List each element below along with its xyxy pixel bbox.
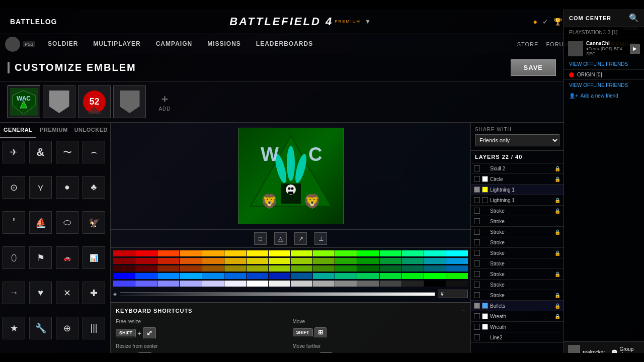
color-cell-#222[interactable]: [402, 281, 424, 287]
layer-checkbox[interactable]: [474, 282, 480, 288]
color-cell-#c20[interactable]: [157, 258, 179, 264]
icon-clover[interactable]: ♣: [83, 176, 105, 199]
layer-checkbox[interactable]: [474, 292, 480, 298]
color-cell-#0d3[interactable]: [380, 273, 401, 279]
layer-checkbox[interactable]: [474, 250, 480, 256]
layer-checkbox[interactable]: [474, 271, 480, 277]
layer-row[interactable]: Lightning 1🔒: [471, 195, 564, 206]
add-emblem-slot[interactable]: + SAVE ADD: [148, 85, 181, 118]
color-cell-#888[interactable]: [335, 281, 357, 287]
layer-checkbox[interactable]: [474, 334, 480, 340]
color-cell-#930[interactable]: [180, 265, 201, 272]
shortcuts-close-button[interactable]: −: [461, 307, 465, 315]
view-offline-button-1[interactable]: VIEW OFFLINE FRIENDS: [564, 59, 644, 69]
color-cell-#09d[interactable]: [446, 258, 468, 264]
emblem-canvas[interactable]: W C 🦁 🦁: [238, 128, 344, 224]
color-cell-#444[interactable]: [380, 281, 401, 287]
icon-target[interactable]: ⊕: [56, 317, 78, 339]
color-cell-#aaf[interactable]: [180, 281, 201, 287]
save-button[interactable]: SAVE: [511, 59, 556, 76]
color-cell-#d50[interactable]: [180, 258, 201, 264]
color-cell-#2a0[interactable]: [335, 258, 357, 264]
layer-row[interactable]: Stroke🔒: [471, 290, 564, 301]
icon-moustache[interactable]: ⌢: [83, 141, 105, 163]
tool-select[interactable]: □: [254, 232, 267, 245]
layer-row[interactable]: Wreath🔒: [471, 311, 564, 322]
emblem-slot-3[interactable]: 52: [78, 85, 111, 118]
layer-row[interactable]: Stroke: [471, 216, 564, 227]
color-cell-#c00[interactable]: [113, 250, 135, 256]
emblem-slot-2[interactable]: [43, 85, 75, 118]
icon-ellipse[interactable]: ⬯: [3, 246, 25, 269]
icon-swoop[interactable]: 〜: [56, 141, 78, 163]
friend-row[interactable]: CannaChi ♦Ferra-[DC€]-BF4 SEC ▶: [564, 38, 644, 59]
layer-row[interactable]: Bullets🔒: [471, 301, 564, 311]
color-cell-#ccf[interactable]: [202, 281, 224, 287]
icon-quote[interactable]: ': [3, 211, 25, 234]
color-cell-#9c0[interactable]: [269, 265, 290, 272]
color-cell-#800[interactable]: [113, 258, 135, 264]
color-cell-#480[interactable]: [313, 265, 335, 272]
color-cell-#059[interactable]: [291, 273, 312, 279]
layer-row[interactable]: Lightning 1: [471, 185, 564, 195]
icon-bullets[interactable]: |||: [83, 317, 105, 339]
color-cell-#de0[interactable]: [269, 258, 290, 264]
icon-bullet[interactable]: ⬭: [56, 211, 78, 234]
color-cell-#000[interactable]: [424, 281, 446, 287]
icon-wheat[interactable]: ⋎: [29, 176, 52, 199]
color-cell-#820[interactable]: [157, 265, 179, 272]
color-cell-#f40[interactable]: [157, 250, 179, 256]
layer-checkbox[interactable]: [474, 218, 480, 224]
color-cell-#a00[interactable]: [135, 258, 157, 264]
color-cell-#062[interactable]: [380, 265, 401, 272]
color-cell-#cf0[interactable]: [291, 250, 312, 256]
layer-row[interactable]: Stroke: [471, 237, 564, 248]
color-cell-#88f[interactable]: [157, 281, 179, 287]
tab-general[interactable]: GENERAL: [0, 123, 36, 138]
color-cell-#04c[interactable]: [247, 273, 268, 279]
nav-leaderboards[interactable]: LEADERBOARDS: [249, 34, 320, 54]
layer-checkbox[interactable]: [474, 229, 480, 235]
color-cell-#aaa[interactable]: [313, 281, 335, 287]
color-cell-#090[interactable]: [357, 258, 379, 264]
color-cell-#fa0[interactable]: [202, 250, 224, 256]
color-cell-#093[interactable]: [380, 258, 401, 264]
icon-crosshair[interactable]: ✕: [56, 282, 78, 304]
color-cell-#0ff[interactable]: [446, 250, 468, 256]
color-cell-#66f[interactable]: [135, 281, 157, 287]
color-cell-#064[interactable]: [402, 265, 424, 272]
color-cell-#fe0[interactable]: [247, 250, 268, 256]
color-cell-#6a0[interactable]: [291, 265, 312, 272]
color-cell-#1e0[interactable]: [446, 273, 468, 279]
layer-checkbox[interactable]: [474, 176, 480, 182]
color-cell-#09a[interactable]: [424, 258, 446, 264]
emblem-slot-4[interactable]: [113, 85, 146, 118]
layer-checkbox[interactable]: [474, 239, 480, 245]
icon-boat[interactable]: ⛵: [29, 211, 52, 234]
color-cell-#06a[interactable]: [446, 265, 468, 272]
color-cell-#02b[interactable]: [269, 273, 290, 279]
dropdown-icon[interactable]: ▼: [365, 18, 371, 25]
icon-eagle[interactable]: 🦅: [83, 211, 105, 234]
icon-star[interactable]: ★: [3, 317, 25, 339]
add-friend-button[interactable]: 👤+ Add a new friend: [564, 90, 644, 101]
layer-checkbox[interactable]: [474, 197, 480, 203]
view-offline-button-2[interactable]: VIEW OFFLINE FRIENDS: [564, 80, 644, 90]
nav-soldier[interactable]: SOLDIER: [40, 34, 86, 54]
opacity-slider[interactable]: [120, 292, 435, 296]
layer-row[interactable]: Wreath: [471, 322, 564, 332]
icon-wrench[interactable]: 🔧: [29, 317, 52, 339]
layer-checkbox[interactable]: [474, 208, 480, 214]
nav-multiplayer[interactable]: MULTIPLAYER: [86, 34, 148, 54]
icon-airplane[interactable]: ✈: [3, 141, 25, 163]
color-cell-#0f0[interactable]: [357, 250, 379, 256]
layer-row[interactable]: Stroke🔒: [471, 206, 564, 216]
color-cell-#0f0[interactable]: [424, 273, 446, 279]
color-cell-#180[interactable]: [335, 265, 357, 272]
color-cell-#9c0[interactable]: [291, 258, 312, 264]
color-cell-#0b7[interactable]: [335, 273, 357, 279]
color-cell-#d70[interactable]: [202, 258, 224, 264]
play-button[interactable]: ▶: [630, 44, 640, 54]
color-cell-#da0[interactable]: [224, 258, 246, 264]
layer-row[interactable]: Stroke: [471, 280, 564, 290]
